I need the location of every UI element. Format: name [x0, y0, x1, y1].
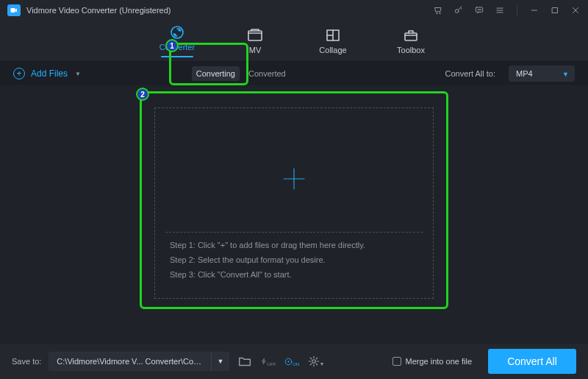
add-files-label: Add Files: [31, 68, 68, 79]
main-nav: Converter MV Collage Toolbox: [0, 21, 588, 62]
close-button[interactable]: [570, 5, 581, 15]
chevron-down-icon: ▼: [75, 71, 81, 77]
subtab-converted[interactable]: Converted: [244, 66, 290, 81]
cart-icon[interactable]: [433, 5, 443, 15]
svg-point-6: [479, 10, 480, 10]
step-2-text: Step 2: Select the output format you des…: [170, 255, 418, 264]
save-path-box: C:\Vidmore\Vidmore V... Converter\Conver…: [49, 352, 229, 371]
divider: [165, 232, 423, 233]
merge-label: Merge into one file: [406, 357, 473, 366]
feedback-icon[interactable]: [474, 5, 484, 15]
tab-mv[interactable]: MV: [229, 28, 281, 54]
svg-point-2: [440, 13, 440, 14]
save-to-label: Save to:: [12, 357, 41, 366]
save-path-value: C:\Vidmore\Vidmore V... Converter\Conver…: [49, 357, 211, 366]
maximize-button[interactable]: [550, 5, 560, 15]
tab-collage-label: Collage: [319, 46, 346, 54]
collage-icon: [324, 28, 342, 43]
hw-accel-toggle-icon[interactable]: OFF: [260, 353, 276, 369]
step-3-text: Step 3: Click "Convert All" to start.: [170, 270, 418, 279]
chevron-down-icon: ▼: [562, 71, 569, 78]
mv-icon: [246, 28, 264, 43]
convert-all-to-label: Convert All to:: [445, 69, 495, 78]
toolbox-icon: [402, 28, 420, 43]
menu-icon[interactable]: [495, 5, 505, 15]
sub-toolbar: + Add Files ▼ Converting Converted Conve…: [0, 62, 588, 85]
tab-converter-label: Converter: [159, 43, 195, 52]
add-files-button[interactable]: + Add Files ▼: [13, 68, 81, 79]
svg-point-14: [288, 361, 290, 362]
main-area: 1 2 Step 1: Click "+" to add files or dr…: [0, 85, 588, 344]
svg-rect-10: [248, 31, 262, 40]
settings-icon[interactable]: ▾: [307, 353, 323, 369]
app-title: Vidmore Video Converter (Unregistered): [26, 6, 171, 15]
high-speed-toggle-icon[interactable]: ON: [284, 353, 300, 369]
output-format-value: MP4: [516, 69, 533, 78]
svg-point-15: [312, 360, 316, 364]
svg-point-5: [478, 10, 478, 10]
open-folder-icon[interactable]: [237, 353, 253, 369]
callout-badge-2: 2: [136, 88, 149, 101]
tab-mv-label: MV: [249, 46, 262, 54]
convert-all-button[interactable]: Convert All: [488, 349, 576, 374]
key-icon[interactable]: [453, 5, 464, 15]
tab-converter[interactable]: Converter: [151, 25, 203, 57]
step-1-text: Step 1: Click "+" to add files or drag t…: [170, 241, 418, 249]
checkbox-icon: [392, 357, 401, 366]
app-logo-icon: [7, 4, 21, 16]
dropzone[interactable]: Step 1: Click "+" to add files or drag t…: [154, 107, 434, 299]
converter-icon: [168, 25, 186, 40]
svg-rect-8: [553, 8, 558, 13]
output-format-select[interactable]: MP4 ▼: [509, 65, 575, 82]
titlebar: Vidmore Video Converter (Unregistered): [0, 0, 588, 21]
plus-circle-icon: +: [13, 68, 25, 79]
bottom-bar: Save to: C:\Vidmore\Vidmore V... Convert…: [0, 344, 588, 379]
minimize-button[interactable]: [529, 5, 539, 15]
subtab-converting[interactable]: Converting: [192, 66, 240, 81]
add-files-plus-icon[interactable]: [281, 166, 307, 194]
tab-toolbox[interactable]: Toolbox: [385, 28, 437, 54]
svg-point-7: [480, 10, 481, 10]
svg-point-1: [437, 13, 437, 14]
svg-rect-0: [11, 8, 15, 13]
tab-toolbox-label: Toolbox: [397, 46, 425, 54]
tab-collage[interactable]: Collage: [307, 28, 359, 54]
svg-rect-12: [405, 33, 417, 40]
save-path-dropdown[interactable]: ▼: [211, 352, 229, 371]
merge-checkbox[interactable]: Merge into one file: [392, 357, 473, 366]
